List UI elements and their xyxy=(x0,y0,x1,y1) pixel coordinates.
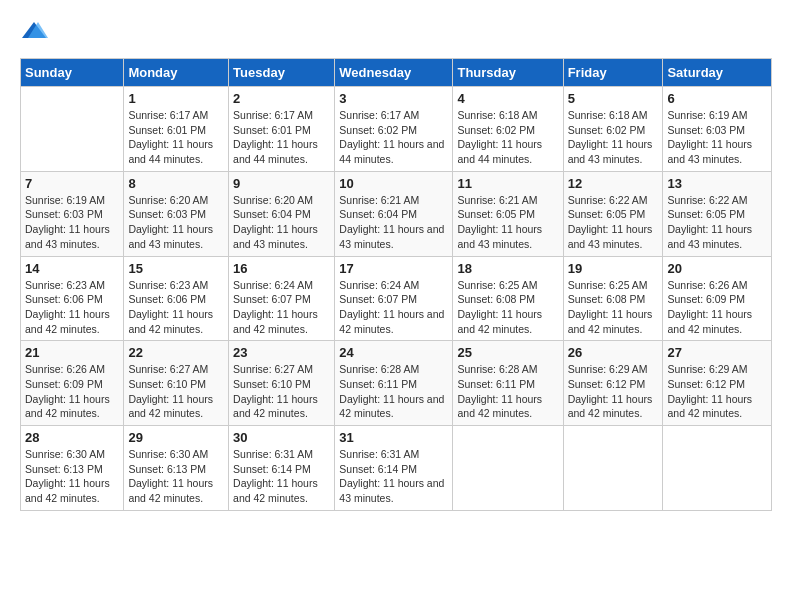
day-info: Sunrise: 6:31 AMSunset: 6:14 PMDaylight:… xyxy=(233,447,330,506)
day-info: Sunrise: 6:27 AMSunset: 6:10 PMDaylight:… xyxy=(233,362,330,421)
day-number: 13 xyxy=(667,176,767,191)
calendar-cell: 8Sunrise: 6:20 AMSunset: 6:03 PMDaylight… xyxy=(124,171,229,256)
header-cell-tuesday: Tuesday xyxy=(229,59,335,87)
day-number: 22 xyxy=(128,345,224,360)
header xyxy=(20,20,772,42)
day-number: 1 xyxy=(128,91,224,106)
day-info: Sunrise: 6:21 AMSunset: 6:05 PMDaylight:… xyxy=(457,193,558,252)
calendar-cell: 13Sunrise: 6:22 AMSunset: 6:05 PMDayligh… xyxy=(663,171,772,256)
day-info: Sunrise: 6:29 AMSunset: 6:12 PMDaylight:… xyxy=(568,362,659,421)
day-number: 28 xyxy=(25,430,119,445)
calendar-cell: 20Sunrise: 6:26 AMSunset: 6:09 PMDayligh… xyxy=(663,256,772,341)
day-info: Sunrise: 6:22 AMSunset: 6:05 PMDaylight:… xyxy=(568,193,659,252)
calendar-cell: 18Sunrise: 6:25 AMSunset: 6:08 PMDayligh… xyxy=(453,256,563,341)
day-info: Sunrise: 6:20 AMSunset: 6:04 PMDaylight:… xyxy=(233,193,330,252)
day-info: Sunrise: 6:22 AMSunset: 6:05 PMDaylight:… xyxy=(667,193,767,252)
header-cell-friday: Friday xyxy=(563,59,663,87)
day-number: 30 xyxy=(233,430,330,445)
calendar-cell: 4Sunrise: 6:18 AMSunset: 6:02 PMDaylight… xyxy=(453,87,563,172)
day-info: Sunrise: 6:26 AMSunset: 6:09 PMDaylight:… xyxy=(25,362,119,421)
day-number: 23 xyxy=(233,345,330,360)
calendar-cell: 3Sunrise: 6:17 AMSunset: 6:02 PMDaylight… xyxy=(335,87,453,172)
calendar-table: SundayMondayTuesdayWednesdayThursdayFrid… xyxy=(20,58,772,511)
header-cell-wednesday: Wednesday xyxy=(335,59,453,87)
day-number: 16 xyxy=(233,261,330,276)
day-info: Sunrise: 6:26 AMSunset: 6:09 PMDaylight:… xyxy=(667,278,767,337)
day-info: Sunrise: 6:17 AMSunset: 6:01 PMDaylight:… xyxy=(233,108,330,167)
day-number: 31 xyxy=(339,430,448,445)
week-row-1: 1Sunrise: 6:17 AMSunset: 6:01 PMDaylight… xyxy=(21,87,772,172)
week-row-4: 21Sunrise: 6:26 AMSunset: 6:09 PMDayligh… xyxy=(21,341,772,426)
logo-icon xyxy=(20,20,48,42)
day-info: Sunrise: 6:30 AMSunset: 6:13 PMDaylight:… xyxy=(25,447,119,506)
calendar-cell: 21Sunrise: 6:26 AMSunset: 6:09 PMDayligh… xyxy=(21,341,124,426)
day-info: Sunrise: 6:29 AMSunset: 6:12 PMDaylight:… xyxy=(667,362,767,421)
calendar-cell xyxy=(663,426,772,511)
day-info: Sunrise: 6:18 AMSunset: 6:02 PMDaylight:… xyxy=(457,108,558,167)
week-row-2: 7Sunrise: 6:19 AMSunset: 6:03 PMDaylight… xyxy=(21,171,772,256)
calendar-cell: 29Sunrise: 6:30 AMSunset: 6:13 PMDayligh… xyxy=(124,426,229,511)
day-info: Sunrise: 6:25 AMSunset: 6:08 PMDaylight:… xyxy=(457,278,558,337)
day-info: Sunrise: 6:24 AMSunset: 6:07 PMDaylight:… xyxy=(233,278,330,337)
calendar-cell: 11Sunrise: 6:21 AMSunset: 6:05 PMDayligh… xyxy=(453,171,563,256)
day-number: 11 xyxy=(457,176,558,191)
day-info: Sunrise: 6:23 AMSunset: 6:06 PMDaylight:… xyxy=(25,278,119,337)
calendar-cell: 24Sunrise: 6:28 AMSunset: 6:11 PMDayligh… xyxy=(335,341,453,426)
calendar-cell: 31Sunrise: 6:31 AMSunset: 6:14 PMDayligh… xyxy=(335,426,453,511)
header-cell-sunday: Sunday xyxy=(21,59,124,87)
day-number: 9 xyxy=(233,176,330,191)
calendar-cell: 26Sunrise: 6:29 AMSunset: 6:12 PMDayligh… xyxy=(563,341,663,426)
day-number: 18 xyxy=(457,261,558,276)
day-info: Sunrise: 6:25 AMSunset: 6:08 PMDaylight:… xyxy=(568,278,659,337)
logo xyxy=(20,20,52,42)
day-number: 6 xyxy=(667,91,767,106)
day-info: Sunrise: 6:21 AMSunset: 6:04 PMDaylight:… xyxy=(339,193,448,252)
day-info: Sunrise: 6:23 AMSunset: 6:06 PMDaylight:… xyxy=(128,278,224,337)
calendar-header-row: SundayMondayTuesdayWednesdayThursdayFrid… xyxy=(21,59,772,87)
week-row-3: 14Sunrise: 6:23 AMSunset: 6:06 PMDayligh… xyxy=(21,256,772,341)
day-info: Sunrise: 6:17 AMSunset: 6:01 PMDaylight:… xyxy=(128,108,224,167)
day-info: Sunrise: 6:20 AMSunset: 6:03 PMDaylight:… xyxy=(128,193,224,252)
week-row-5: 28Sunrise: 6:30 AMSunset: 6:13 PMDayligh… xyxy=(21,426,772,511)
calendar-cell: 10Sunrise: 6:21 AMSunset: 6:04 PMDayligh… xyxy=(335,171,453,256)
calendar-cell xyxy=(453,426,563,511)
calendar-cell: 28Sunrise: 6:30 AMSunset: 6:13 PMDayligh… xyxy=(21,426,124,511)
calendar-cell: 6Sunrise: 6:19 AMSunset: 6:03 PMDaylight… xyxy=(663,87,772,172)
day-info: Sunrise: 6:27 AMSunset: 6:10 PMDaylight:… xyxy=(128,362,224,421)
header-cell-saturday: Saturday xyxy=(663,59,772,87)
day-number: 15 xyxy=(128,261,224,276)
day-number: 4 xyxy=(457,91,558,106)
calendar-body: 1Sunrise: 6:17 AMSunset: 6:01 PMDaylight… xyxy=(21,87,772,511)
day-number: 27 xyxy=(667,345,767,360)
calendar-cell: 7Sunrise: 6:19 AMSunset: 6:03 PMDaylight… xyxy=(21,171,124,256)
calendar-cell: 30Sunrise: 6:31 AMSunset: 6:14 PMDayligh… xyxy=(229,426,335,511)
day-number: 17 xyxy=(339,261,448,276)
calendar-cell xyxy=(21,87,124,172)
day-info: Sunrise: 6:18 AMSunset: 6:02 PMDaylight:… xyxy=(568,108,659,167)
day-info: Sunrise: 6:31 AMSunset: 6:14 PMDaylight:… xyxy=(339,447,448,506)
day-number: 25 xyxy=(457,345,558,360)
day-number: 5 xyxy=(568,91,659,106)
calendar-cell: 22Sunrise: 6:27 AMSunset: 6:10 PMDayligh… xyxy=(124,341,229,426)
header-cell-monday: Monday xyxy=(124,59,229,87)
calendar-cell: 1Sunrise: 6:17 AMSunset: 6:01 PMDaylight… xyxy=(124,87,229,172)
calendar-cell: 15Sunrise: 6:23 AMSunset: 6:06 PMDayligh… xyxy=(124,256,229,341)
calendar-cell: 9Sunrise: 6:20 AMSunset: 6:04 PMDaylight… xyxy=(229,171,335,256)
day-number: 21 xyxy=(25,345,119,360)
day-info: Sunrise: 6:28 AMSunset: 6:11 PMDaylight:… xyxy=(339,362,448,421)
day-info: Sunrise: 6:24 AMSunset: 6:07 PMDaylight:… xyxy=(339,278,448,337)
day-number: 10 xyxy=(339,176,448,191)
day-number: 12 xyxy=(568,176,659,191)
calendar-cell: 23Sunrise: 6:27 AMSunset: 6:10 PMDayligh… xyxy=(229,341,335,426)
day-number: 8 xyxy=(128,176,224,191)
calendar-cell: 16Sunrise: 6:24 AMSunset: 6:07 PMDayligh… xyxy=(229,256,335,341)
day-info: Sunrise: 6:17 AMSunset: 6:02 PMDaylight:… xyxy=(339,108,448,167)
day-info: Sunrise: 6:19 AMSunset: 6:03 PMDaylight:… xyxy=(667,108,767,167)
day-info: Sunrise: 6:19 AMSunset: 6:03 PMDaylight:… xyxy=(25,193,119,252)
calendar-cell: 27Sunrise: 6:29 AMSunset: 6:12 PMDayligh… xyxy=(663,341,772,426)
calendar-cell: 5Sunrise: 6:18 AMSunset: 6:02 PMDaylight… xyxy=(563,87,663,172)
day-number: 7 xyxy=(25,176,119,191)
calendar-cell: 25Sunrise: 6:28 AMSunset: 6:11 PMDayligh… xyxy=(453,341,563,426)
day-number: 24 xyxy=(339,345,448,360)
day-number: 20 xyxy=(667,261,767,276)
